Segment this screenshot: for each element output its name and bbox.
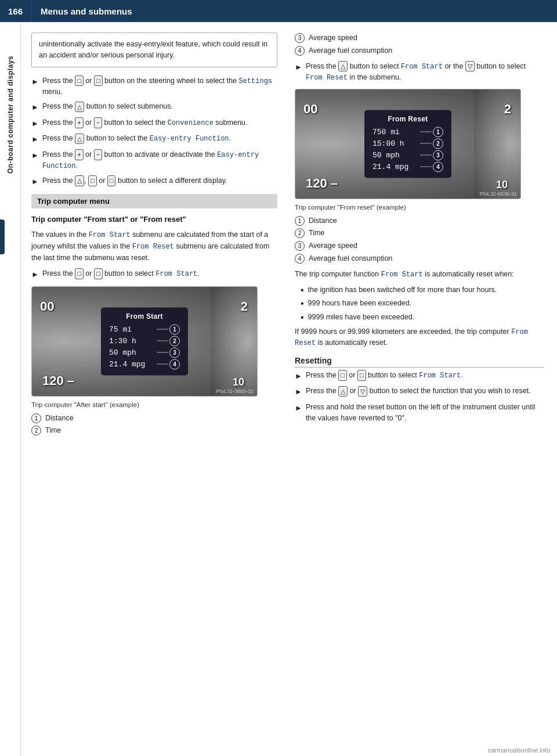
num-list-item-r-4: 4 Average fuel consumption	[295, 45, 544, 56]
dot-item-2: • 999 hours have been exceeded.	[295, 298, 544, 309]
cib-connector-2-2: 2	[420, 138, 443, 149]
dot-text-2: 999 hours have been exceeded.	[308, 298, 412, 309]
btn-icon-left-reset-1: □	[338, 370, 347, 381]
btn-icon-right-fs: □	[94, 268, 103, 279]
num-label-1-2: Time	[45, 425, 61, 436]
cib-circle-1-1: 1	[169, 324, 180, 334]
main-content: unintentionally activate the easy-entry/…	[21, 22, 557, 756]
code-from-start-btn: From Start	[155, 270, 197, 278]
cib-val-2-3: 50 mph	[372, 151, 418, 160]
bullet-text-5: Press the + or − button to activate or d…	[42, 149, 277, 171]
cib-connector-1-2: 2	[157, 336, 180, 346]
cib-line-1-1	[157, 329, 168, 330]
cib-row-1-1: 75 mi 1	[109, 324, 180, 334]
arrow-icon-5: ►	[31, 150, 39, 161]
para-if: If 9999 hours or 99,999 kilometers are e…	[295, 326, 544, 349]
btn-icon-up-reset-2: △	[338, 386, 348, 397]
cib-row-1-2: 1:30 h 2	[109, 336, 180, 346]
center-info-box-1: From Start 75 mi 1 1:30 h	[101, 307, 188, 375]
num-circle-2-2: 2	[295, 228, 305, 238]
cib-connector-1-4: 4	[157, 359, 180, 369]
watermark: carmanualsonline.info	[481, 744, 557, 756]
cib-val-1-1: 75 mi	[109, 325, 154, 334]
bullet-text-4: Press the △ button to select the Easy-en…	[42, 133, 277, 144]
dash-num-120-1: 120 –	[42, 373, 74, 388]
num-label-1-1: Distance	[45, 413, 74, 424]
num-circle-1-2: 2	[31, 426, 41, 435]
dash-num-2-1: 2	[241, 299, 248, 314]
num-circle-1-1: 1	[31, 413, 41, 423]
bullet-text-1: Press the □ or □ button on the steering …	[42, 75, 277, 98]
page-layout: On-board computer and displays unintenti…	[0, 22, 557, 756]
para-from-start: The values in the From Start submenu are…	[31, 229, 277, 264]
btn-icon-up-r1: △	[338, 61, 348, 72]
btn-icon-minus-5: −	[94, 149, 102, 160]
dot-item-1: • the ignition has been switched off for…	[295, 285, 544, 296]
arrow-icon-2: ►	[31, 102, 39, 113]
code-settings: Settings	[238, 77, 272, 85]
resetting-heading: Resetting	[295, 356, 544, 368]
bullet-item-1: ► Press the □ or □ button on the steerin…	[31, 75, 277, 98]
dash-num-00-2: 00	[303, 102, 317, 117]
right-column: 3 Average speed 4 Average fuel consumpti…	[288, 22, 555, 756]
cib-circle-1-3: 3	[169, 347, 180, 358]
cib-circle-2-4: 4	[433, 161, 443, 172]
num-list-item-2-2: 2 Time	[295, 228, 544, 239]
arrow-icon-reset-2: ►	[295, 386, 302, 398]
photo-id-2: P54.32-6536-31	[479, 191, 517, 197]
dash-num-10-1: 10	[233, 376, 244, 388]
dot-item-3: • 9999 miles have been exceeded.	[295, 312, 544, 323]
bullet-item-6: ► Press the △, □ or □ button to select a…	[31, 175, 277, 188]
num-label-2-2: Time	[309, 228, 324, 239]
arrow-icon-reset-3: ►	[295, 402, 302, 414]
cib-circle-1-2: 2	[169, 336, 180, 346]
btn-icon-plus-3: +	[75, 117, 83, 128]
section-box-trip-computer: Trip computer menu	[31, 194, 277, 208]
bullet-right-1: ► Press the △ button to select From Star…	[295, 61, 544, 83]
cib-row-2-2: 15:00 h 2	[372, 138, 443, 149]
btn-icon-up-2: △	[75, 102, 84, 113]
dot-text-3: 9999 miles have been exceeded.	[308, 312, 414, 323]
left-column: unintentionally activate the easy-entry/…	[21, 22, 288, 756]
sub-heading-from-start: Trip computer "From start" or "From rese…	[31, 214, 277, 225]
side-blue-bar	[0, 219, 5, 254]
num-list-item-2-3: 3 Average speed	[295, 240, 544, 251]
header-bar: 166 Menus and submenus	[0, 0, 557, 22]
cib-row-2-1: 750 mi 1	[372, 127, 443, 137]
code-convenience: Convenience	[168, 119, 214, 127]
dot-bullet-1: •	[301, 285, 304, 296]
cib-row-1-4: 21.4 mpg 4	[109, 359, 180, 369]
arrow-icon-6: ►	[31, 176, 39, 188]
btn-icon-minus-3: −	[94, 117, 102, 128]
cib-val-1-2: 1:30 h	[109, 337, 154, 345]
btn-icon-left-1: □	[75, 75, 84, 87]
page-number: 166	[0, 0, 31, 22]
bullet-item-press-fs: ► Press the □ or □ button to select From…	[31, 268, 277, 280]
cib-connector-1-1: 1	[157, 324, 180, 334]
arrow-icon-4: ►	[31, 134, 39, 145]
num-circle-r-4: 4	[295, 46, 305, 56]
bullet-text-2: Press the △ button to select submenus.	[42, 101, 277, 112]
btn-icon-down-r1: ▽	[465, 61, 475, 72]
dot-bullet-2: •	[301, 298, 304, 309]
num-label-r-4: Average fuel consumption	[309, 45, 392, 56]
code-from-start-r: From Start	[401, 63, 443, 71]
num-circle-2-4: 4	[295, 254, 305, 264]
btn-icon-left-6: □	[88, 175, 97, 186]
num-list-item-1-2: 2 Time	[31, 425, 277, 436]
para-reset-intro: The trip computer function From Start is…	[295, 269, 544, 280]
bullet-text-press-fs: Press the □ or □ button to select From S…	[42, 268, 277, 279]
cluster-image-from-reset: 00 2 120 – 10 From Reset 750 mi 1	[295, 89, 521, 199]
num-label-r-3: Average speed	[309, 33, 357, 44]
code-easy-entry: Easy-entry Function	[150, 135, 229, 143]
num-list-item-2-1: 1 Distance	[295, 215, 544, 226]
num-list-item-r-3: 3 Average speed	[295, 33, 544, 44]
cib-circle-2-1: 1	[433, 127, 443, 137]
img-caption-2: Trip computer "From reset" (example)	[295, 203, 544, 212]
code-from-start-reset: From Start	[381, 271, 423, 279]
resetting-bullet-2: ► Press the △ or ▽ button to select the …	[295, 386, 544, 398]
btn-icon-up-4: △	[75, 134, 84, 145]
arrow-icon-3: ►	[31, 118, 39, 129]
cib-connector-2-1: 1	[420, 127, 443, 137]
num-label-2-3: Average speed	[309, 240, 357, 251]
